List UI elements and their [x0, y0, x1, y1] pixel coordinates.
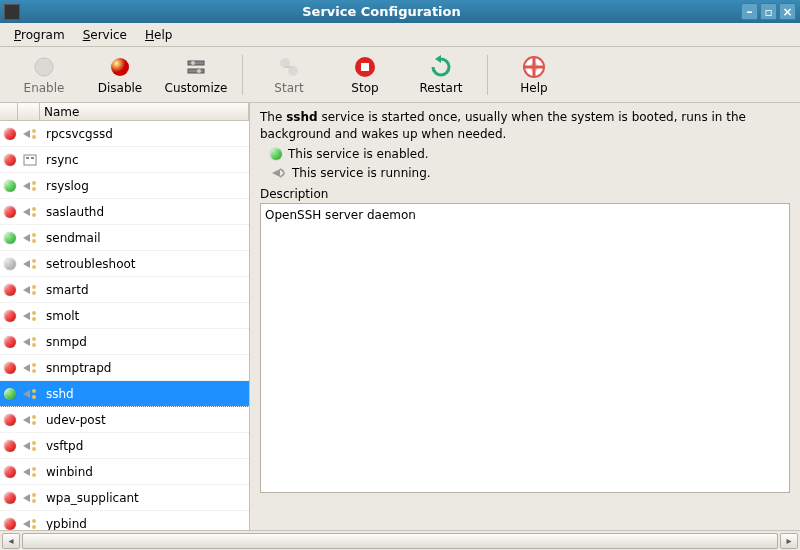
enabled-status-line: This service is enabled.	[270, 147, 790, 161]
header-status[interactable]	[0, 103, 18, 120]
svg-rect-2	[188, 61, 204, 65]
service-row-sshd[interactable]: sshd	[0, 381, 249, 407]
help-label: Help	[520, 81, 547, 95]
svg-point-28	[32, 317, 36, 321]
menubar: Program Service Help	[0, 23, 800, 47]
scroll-right-button[interactable]: ▸	[780, 533, 798, 549]
service-row-saslauthd[interactable]: saslauthd	[0, 199, 249, 225]
svg-point-23	[32, 259, 36, 263]
enable-icon	[32, 55, 56, 79]
svg-point-44	[32, 525, 36, 529]
close-button[interactable]: ×	[779, 3, 796, 20]
svg-point-24	[32, 265, 36, 269]
status-dot-icon	[2, 360, 18, 376]
service-row-wpa_supplicant[interactable]: wpa_supplicant	[0, 485, 249, 511]
service-name-label: smartd	[42, 283, 89, 297]
svg-point-27	[32, 311, 36, 315]
status-dot-icon	[2, 126, 18, 142]
service-list-panel: Name rpcsvcgssdrsyncrsyslogsaslauthdsend…	[0, 103, 250, 530]
svg-point-1	[111, 58, 129, 76]
service-row-vsftpd[interactable]: vsftpd	[0, 433, 249, 459]
status-dot-icon	[2, 386, 18, 402]
svg-point-18	[32, 187, 36, 191]
svg-point-25	[32, 285, 36, 289]
stop-button[interactable]: Stop	[329, 51, 401, 99]
toolbar-separator	[242, 55, 243, 95]
service-name-label: rsync	[42, 153, 79, 167]
svg-point-31	[32, 363, 36, 367]
disable-label: Disable	[98, 81, 143, 95]
menu-service[interactable]: Service	[75, 26, 135, 44]
scroll-left-button[interactable]: ◂	[2, 533, 20, 549]
status-dot-icon	[2, 282, 18, 298]
service-row-setroubleshoot[interactable]: setroubleshoot	[0, 251, 249, 277]
service-list[interactable]: rpcsvcgssdrsyncrsyslogsaslauthdsendmails…	[0, 121, 249, 530]
service-name-label: snmptrapd	[42, 361, 111, 375]
network-service-icon	[20, 126, 40, 142]
horizontal-scrollbar[interactable]: ◂ ▸	[0, 530, 800, 550]
help-button[interactable]: Help	[498, 51, 570, 99]
help-icon	[522, 55, 546, 79]
description-box: OpenSSH server daemon	[260, 203, 790, 493]
service-row-snmpd[interactable]: snmpd	[0, 329, 249, 355]
service-name-label: sshd	[42, 387, 74, 401]
service-name-label: ypbind	[42, 517, 87, 531]
description-label: Description	[260, 187, 790, 201]
network-service-icon	[20, 412, 40, 428]
start-button: Start	[253, 51, 325, 99]
titlebar: Service Configuration – ▫ ×	[0, 0, 800, 23]
scroll-thumb[interactable]	[23, 534, 777, 548]
service-name-label: udev-post	[42, 413, 106, 427]
network-service-icon	[20, 360, 40, 376]
service-row-udev-post[interactable]: udev-post	[0, 407, 249, 433]
minimize-button[interactable]: –	[741, 3, 758, 20]
service-name-label: saslauthd	[42, 205, 104, 219]
content-area: Name rpcsvcgssdrsyncrsyslogsaslauthdsend…	[0, 103, 800, 530]
svg-point-5	[197, 69, 201, 73]
status-dot-icon	[2, 334, 18, 350]
network-service-icon	[20, 204, 40, 220]
scroll-track[interactable]	[22, 533, 778, 549]
network-service-icon	[20, 464, 40, 480]
svg-point-22	[32, 239, 36, 243]
list-header: Name	[0, 103, 249, 121]
customize-button[interactable]: Customize	[160, 51, 232, 99]
svg-point-26	[32, 291, 36, 295]
status-dot-icon	[2, 178, 18, 194]
svg-point-21	[32, 233, 36, 237]
svg-rect-15	[26, 157, 29, 159]
service-row-rpcsvcgssd[interactable]: rpcsvcgssd	[0, 121, 249, 147]
running-icon	[270, 165, 286, 181]
network-service-icon	[20, 230, 40, 246]
disable-button[interactable]: Disable	[84, 51, 156, 99]
restart-button[interactable]: Restart	[405, 51, 477, 99]
status-dot-icon	[2, 152, 18, 168]
service-row-snmptrapd[interactable]: snmptrapd	[0, 355, 249, 381]
service-name-label: snmpd	[42, 335, 87, 349]
network-service-icon	[20, 386, 40, 402]
svg-point-40	[32, 473, 36, 477]
network-service-icon	[20, 334, 40, 350]
service-row-winbind[interactable]: winbind	[0, 459, 249, 485]
customize-label: Customize	[165, 81, 228, 95]
status-dot-icon	[2, 438, 18, 454]
maximize-button[interactable]: ▫	[760, 3, 777, 20]
menu-program[interactable]: Program	[6, 26, 73, 44]
network-service-icon	[20, 516, 40, 531]
service-name-bold: sshd	[286, 110, 317, 124]
header-type[interactable]	[18, 103, 40, 120]
header-name[interactable]: Name	[40, 103, 249, 120]
service-row-sendmail[interactable]: sendmail	[0, 225, 249, 251]
service-row-rsyslog[interactable]: rsyslog	[0, 173, 249, 199]
menu-help[interactable]: Help	[137, 26, 180, 44]
service-row-smolt[interactable]: smolt	[0, 303, 249, 329]
customize-icon	[184, 55, 208, 79]
stop-label: Stop	[351, 81, 378, 95]
service-row-ypbind[interactable]: ypbind	[0, 511, 249, 530]
svg-point-39	[32, 467, 36, 471]
svg-point-20	[32, 213, 36, 217]
network-service-icon	[20, 282, 40, 298]
svg-point-43	[32, 519, 36, 523]
service-row-rsync[interactable]: rsync	[0, 147, 249, 173]
service-row-smartd[interactable]: smartd	[0, 277, 249, 303]
